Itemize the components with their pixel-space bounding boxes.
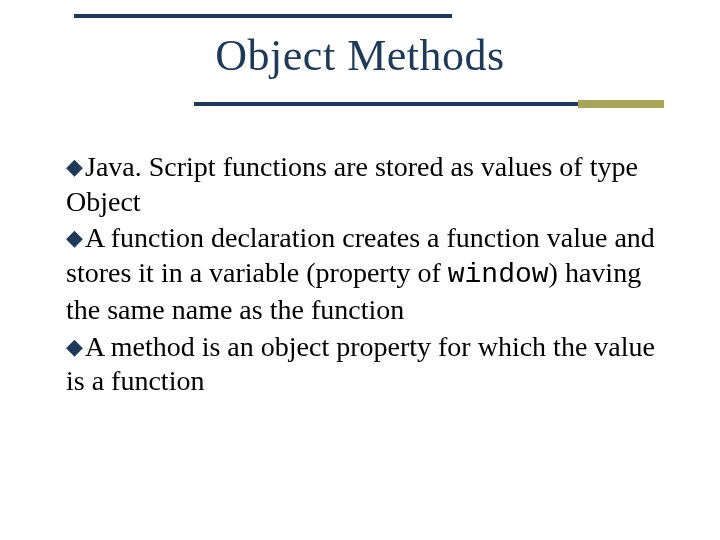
slide-body: ◆Java. Script functions are stored as va… bbox=[66, 150, 674, 401]
bullet-item: ◆Java. Script functions are stored as va… bbox=[66, 150, 674, 219]
title-area: Object Methods bbox=[0, 0, 720, 108]
bullet-code: window bbox=[448, 259, 549, 290]
rule-bottom-olive bbox=[578, 100, 664, 108]
diamond-bullet-icon: ◆ bbox=[66, 153, 83, 180]
diamond-bullet-icon: ◆ bbox=[66, 224, 83, 251]
bullet-text: Java. Script functions are stored as val… bbox=[66, 151, 638, 217]
bullet-item: ◆A method is an object property for whic… bbox=[66, 330, 674, 399]
rule-bottom-dark bbox=[194, 102, 578, 106]
bullet-item: ◆A function declaration creates a functi… bbox=[66, 221, 674, 327]
slide: Object Methods ◆Java. Script functions a… bbox=[0, 0, 720, 540]
slide-title: Object Methods bbox=[0, 30, 720, 81]
diamond-bullet-icon: ◆ bbox=[66, 333, 83, 360]
bullet-text: A method is an object property for which… bbox=[66, 331, 655, 397]
rule-top bbox=[74, 14, 452, 18]
